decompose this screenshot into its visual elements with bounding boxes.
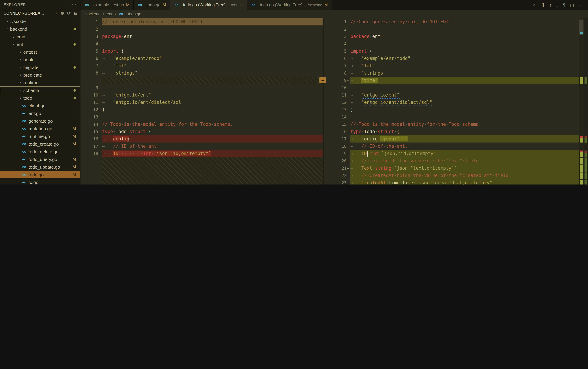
code-line[interactable]: → CreatedAt·time.Time·`json:"created_at,…	[350, 179, 579, 184]
code-line[interactable]: → //·ID·of·the·ent.	[102, 143, 323, 150]
code-line[interactable]	[350, 84, 579, 91]
code-row: 6→ "example/ent/todo"	[324, 55, 579, 62]
tree-item-runtime[interactable]: ›runtime	[0, 79, 80, 86]
tab-example-test-go[interactable]: GOexample_test.goM	[81, 0, 134, 10]
close-icon[interactable]: ×	[240, 2, 243, 8]
overview-ruler[interactable]	[579, 18, 584, 184]
timeline-history-icon[interactable]: ⟲	[533, 2, 537, 8]
tree-item-mutation-go[interactable]: GOmutation.goM	[0, 125, 80, 133]
code-line[interactable]: → Text·string·`json:"text,omitempty"`	[350, 164, 579, 172]
line-number: 18	[324, 143, 350, 150]
toggle-whitespace-icon[interactable]: ¶	[563, 2, 565, 8]
tree-item-cmd[interactable]: ›cmd	[0, 33, 80, 41]
code-line[interactable]: import·(	[102, 47, 323, 55]
previous-change-icon[interactable]: ↑	[549, 2, 551, 8]
modified-dot-icon	[73, 66, 76, 69]
code-line[interactable]: //·Code·generated·by·ent,·DO·NOT·EDIT.	[350, 18, 579, 25]
editor-tabs: GOexample_test.goMGOtodo.goMGOtodo.go (W…	[81, 0, 332, 10]
code-line[interactable]	[102, 25, 323, 33]
tab-todo-go-working-tree-ent[interactable]: GOtodo.go (Working Tree).../ent×	[170, 0, 247, 10]
tree-item-ent[interactable]: ›ent	[0, 41, 80, 48]
code-line[interactable]: type·Todo·struct·{	[102, 128, 323, 135]
code-line[interactable]: → //·Text·holds·the·value·of·the·"text"·…	[350, 157, 579, 164]
code-line[interactable]: //·Todo·is·the·model·entity·for·the·Todo…	[102, 121, 323, 128]
tree-item-vscode[interactable]: ›.vscode	[0, 17, 80, 25]
code-line[interactable]	[102, 40, 323, 47]
code-line[interactable]: → ID·int·`json:"id,omitempty"`	[350, 150, 579, 157]
code-line[interactable]: → "entgo.io/ent"	[102, 91, 323, 99]
chevron-icon: ›	[5, 27, 10, 31]
code-line[interactable]: package·ent	[102, 33, 323, 40]
code-line[interactable]	[102, 113, 323, 121]
code-line[interactable]: → "entgo.io/ent/dialect/sql"	[350, 99, 579, 106]
line-number: 4	[324, 40, 350, 47]
breadcrumb-item[interactable]: backend	[85, 12, 101, 16]
code-line[interactable]: → "example/ent/todo"	[350, 55, 579, 62]
tree-item-predicate[interactable]: ›predicate	[0, 71, 80, 79]
split-editor-icon[interactable]: ◫	[570, 2, 574, 8]
tree-item-todo-delete-go[interactable]: GOtodo_delete.go	[0, 148, 80, 155]
swap-sides-icon[interactable]: ⇅	[541, 2, 545, 8]
tree-item-todo-go[interactable]: GOtodo.goM	[0, 171, 80, 178]
code-line[interactable]	[350, 113, 579, 121]
revert-change-button[interactable]: →	[319, 77, 326, 83]
code-line[interactable]: type·Todo·struct·{	[350, 128, 579, 135]
code-line[interactable]: → "strings"	[350, 69, 579, 77]
breadcrumb-file[interactable]: todo.go	[128, 12, 141, 16]
code-line[interactable]: → "entgo.io/ent"	[350, 91, 579, 99]
code-line[interactable]: → //·ID·of·the·ent.	[350, 143, 579, 150]
code-line[interactable]	[102, 84, 323, 91]
tab-todo-go[interactable]: GOtodo.goM	[134, 0, 170, 10]
code-line[interactable]: → config	[102, 135, 323, 143]
diff-modified-pane[interactable]: 1//·Code·generated·by·ent,·DO·NOT·EDIT.2…	[324, 18, 579, 184]
code-line[interactable]: → "fmt"	[102, 62, 323, 69]
tree-item-hook[interactable]: ›hook	[0, 56, 80, 63]
diff-sash[interactable]	[323, 18, 324, 184]
explorer-more-icon[interactable]: ⋯	[71, 2, 77, 7]
code-line[interactable]	[350, 25, 579, 33]
tree-item-generate-go[interactable]: GOgenerate.go	[0, 117, 80, 125]
modified-badge: M	[72, 126, 76, 131]
tree-item-ent-go[interactable]: GOent.go	[0, 109, 80, 117]
tree-item-todo-update-go[interactable]: GOtodo_update.goM	[0, 163, 80, 171]
next-change-icon[interactable]: ↓	[556, 2, 558, 8]
breadcrumb[interactable]: backend›ent›GOtodo.go	[81, 10, 588, 18]
tree-item-enttest[interactable]: ›enttest	[0, 48, 80, 56]
more-actions-icon[interactable]: ⋯	[578, 2, 583, 8]
code-line[interactable]: → "strings"	[102, 69, 323, 77]
tree-item-schema[interactable]: ›schema	[0, 86, 80, 94]
code-line[interactable]: → "time"	[350, 77, 579, 84]
project-section-header[interactable]: CONNECT-GO-REA... +⊕⟳⊟	[0, 9, 80, 17]
tree-item-runtime-go[interactable]: GOruntime.goM	[0, 133, 80, 140]
tab-todo-go-working-tree-schema[interactable]: GOtodo.go (Working Tree).../schemaM	[247, 0, 332, 10]
code-line[interactable]: → config·`json:"-"`	[350, 135, 579, 143]
code-line[interactable]: → "example/ent/todo"	[102, 55, 323, 62]
diff-original-pane[interactable]: 1//·Code·generated·by·ent,·DO·NOT·EDIT.2…	[81, 18, 323, 184]
tree-item-todo-query-go[interactable]: GOtodo_query.goM	[0, 155, 80, 163]
collapse-folders-icon[interactable]: ⊟	[74, 11, 77, 16]
code-line[interactable]: //·Code·generated·by·ent,·DO·NOT·EDIT.	[102, 18, 323, 25]
new-folder-icon[interactable]: ⊕	[61, 11, 64, 16]
breadcrumb-item[interactable]: ent	[107, 12, 112, 16]
code-line[interactable]: → //·CreatedAt·holds·the·value·of·the·"c…	[350, 172, 579, 179]
code-line[interactable]: )	[350, 106, 579, 113]
code-line[interactable]: → "entgo.io/ent/dialect/sql"	[102, 99, 323, 106]
tree-item-backend[interactable]: ›backend	[0, 25, 80, 33]
tree-item-client-go[interactable]: GOclient.go	[0, 102, 80, 109]
new-file-icon[interactable]: +	[55, 11, 58, 16]
tree-item-todo-create-go[interactable]: GOtodo_create.goM	[0, 140, 80, 148]
tree-item-todo[interactable]: ›todo	[0, 94, 80, 102]
code-line[interactable]: → ID·········int·`json:"id,omitempty"`	[102, 150, 323, 157]
tree-item-tx-go[interactable]: GOtx.go	[0, 178, 80, 184]
modified-badge: M	[72, 142, 76, 146]
code-line[interactable]: //·Todo·is·the·model·entity·for·the·Todo…	[350, 121, 579, 128]
diff-editor: 1//·Code·generated·by·ent,·DO·NOT·EDIT.2…	[81, 18, 588, 184]
code-line[interactable]	[350, 40, 579, 47]
code-line[interactable]: )	[102, 106, 323, 113]
code-line[interactable]: import·(	[350, 47, 579, 55]
tree-item-migrate[interactable]: ›migrate	[0, 63, 80, 71]
code-line[interactable]: package·ent	[350, 33, 579, 40]
code-line[interactable]: → "fmt"	[350, 62, 579, 69]
code-row: 22+→ //·CreatedAt·holds·the·value·of·the…	[324, 172, 579, 179]
refresh-icon[interactable]: ⟳	[67, 11, 71, 16]
